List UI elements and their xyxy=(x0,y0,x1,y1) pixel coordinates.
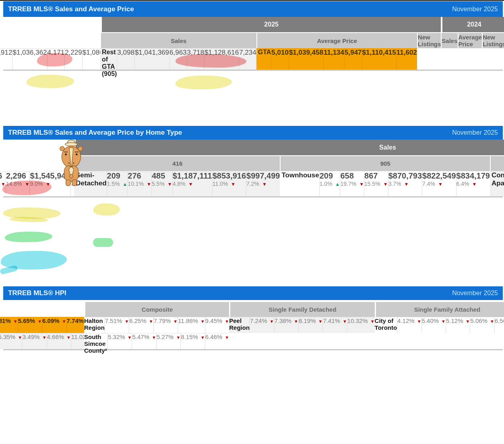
t1-value: $1,110,415 xyxy=(362,48,396,70)
table2-titlebar: TRREB MLS® Sales and Average Price by Ho… xyxy=(3,126,503,140)
table3-period: November 2025 xyxy=(452,290,498,297)
stat-cell: $997,499 7.2%▼ xyxy=(246,171,280,196)
stat-value: 485 xyxy=(152,171,172,181)
trend-arrow-icon: ▼ xyxy=(404,181,409,187)
down-arrow-icon: ▼ xyxy=(294,319,298,324)
hpi-cell: 6.25%▼ xyxy=(129,317,153,333)
col-header: Composite xyxy=(84,302,229,317)
trend-arrow-icon: ▲ xyxy=(122,181,127,187)
down-arrow-icon: ▼ xyxy=(149,319,153,324)
down-arrow-icon: ▼ xyxy=(225,335,229,340)
down-arrow-icon: ▼ xyxy=(318,319,322,324)
yoy-change: 3.7%▼ xyxy=(388,181,422,187)
report-page: TRREB MLS® Sales and Average Price Novem… xyxy=(0,0,504,444)
sales-group-header: Sales xyxy=(74,140,504,155)
trend-arrow-icon: ▼ xyxy=(383,181,388,187)
t1-value: 11,134 xyxy=(323,48,344,70)
stat-value: 658 xyxy=(340,171,364,181)
table2-title: TRREB MLS® Sales and Average Price by Ho… xyxy=(8,129,182,137)
table3-titlebar: TRREB MLS® HPI November 2025 xyxy=(3,286,503,300)
row-label: GTA xyxy=(256,48,271,70)
col-header: Sales xyxy=(100,33,256,48)
col-header: Average Price xyxy=(458,33,482,48)
hpi-cell: 7.41%▼ xyxy=(322,317,347,333)
down-arrow-icon: ▼ xyxy=(128,335,132,340)
stat-value: 209 xyxy=(107,171,128,181)
highlight-green-townhouse xyxy=(5,231,52,243)
t1-value: 11,602 xyxy=(396,48,417,70)
down-arrow-icon: ▼ xyxy=(200,319,205,324)
down-arrow-icon: ▼ xyxy=(37,319,42,324)
highlight-yellow-209 xyxy=(93,204,120,216)
down-arrow-icon: ▼ xyxy=(343,319,347,324)
hpi-cell: 4.12%▼ xyxy=(397,317,421,333)
col-header: New Listings xyxy=(417,33,441,48)
trend-arrow-icon: ▼ xyxy=(167,181,172,187)
stat-value: 867 xyxy=(364,171,388,181)
stat-value: 276 xyxy=(128,171,151,181)
hpi-cell: 7.51%▼ xyxy=(105,317,129,333)
hpi-table: TRREB MLS® HPI November 2025 Composite S… xyxy=(3,286,503,350)
down-arrow-icon: ▼ xyxy=(200,335,205,340)
stat-value: $822,549 xyxy=(422,171,456,181)
hpi-cell: 3.49%▼ xyxy=(22,333,46,349)
trend-arrow-icon: ▼ xyxy=(147,181,151,187)
trend-arrow-icon: ▼ xyxy=(231,181,235,187)
down-arrow-icon: ▼ xyxy=(124,319,129,324)
stat-cell: $853,916 11.0%▼ xyxy=(212,171,246,196)
hpi-cell: 10.32%▼ xyxy=(347,317,375,333)
yoy-change: 10.1%▼ xyxy=(128,181,151,187)
down-arrow-icon: ▼ xyxy=(176,335,180,340)
top-border-line xyxy=(0,0,504,1)
stat-value: $997,499 xyxy=(246,171,280,181)
trend-arrow-icon: ▼ xyxy=(262,181,267,187)
hpi-cell: 4.66%▼ xyxy=(47,333,71,349)
stat-cell: 658 19.7%▼ xyxy=(340,171,364,196)
table-row-condo-apartment: Condo Apartment 880 21.8%▼ 419 21.4%▼ 1,… xyxy=(490,171,504,196)
row-label: Halton Region xyxy=(84,317,105,333)
stat-value: 209 xyxy=(320,171,340,181)
yoy-change: 5.5%▼ xyxy=(152,181,172,187)
table-row: Halton Region 7.51%▼ 6.25%▼ 7.79%▼ 11.86… xyxy=(84,317,229,333)
yoy-change: 1.0%▲ xyxy=(320,181,340,187)
col-header: Sales xyxy=(441,33,457,48)
table-row: South Simcoe County² 5.32%▼ 5.47%▼ 5.27%… xyxy=(84,333,229,349)
stat-cell: 209 1.5%▲ xyxy=(107,171,128,196)
stat-value: $834,179 xyxy=(456,171,490,181)
row-label: Peel Region xyxy=(229,317,250,333)
hpi-cell: 5.35%▼ xyxy=(0,333,22,349)
rhino-mascot-icon xyxy=(59,139,84,187)
table-row-gta-total: GTA 5,010 $1,039,458 11,134 5,947 $1,110… xyxy=(256,48,417,70)
stat-cell: $870,793 3.7%▼ xyxy=(388,171,422,196)
down-arrow-icon: ▼ xyxy=(370,319,375,324)
table-row: Peel Region 7.24%▼ 7.38%▼ 8.19%▼ 7.41%▼ … xyxy=(229,317,374,333)
down-arrow-icon: ▼ xyxy=(270,319,274,324)
hpi-cell: 7.38%▼ xyxy=(274,317,298,333)
stat-value: $853,916 xyxy=(213,171,246,181)
trend-arrow-icon: ▼ xyxy=(188,181,193,187)
table1-corner-cell xyxy=(3,17,100,48)
col-header: Single Family Attached xyxy=(375,302,504,317)
table-row-semi-detached: Semi-Detached 209 1.5%▲ 276 10.1%▼ 485 5… xyxy=(74,171,280,196)
stat-cell: 209 1.0%▲ xyxy=(319,171,340,196)
stat-value: $1,187,111 xyxy=(173,171,212,181)
t1-value: 3,098 xyxy=(117,48,134,70)
year-2024-header: 2024 xyxy=(441,17,504,32)
hpi-cell: 11.86%▼ xyxy=(178,317,205,333)
down-arrow-icon: ▼ xyxy=(417,319,421,324)
down-arrow-icon: ▼ xyxy=(152,335,156,340)
hpi-cell: 8.19%▼ xyxy=(298,317,322,333)
hpi-cell: 5.65%▼ xyxy=(18,317,42,333)
yoy-change: 7.2%▼ xyxy=(246,181,280,187)
hpi-cell: 5.12%▼ xyxy=(446,317,470,333)
stat-cell: 867 15.5%▼ xyxy=(364,171,388,196)
yoy-change: 6.4%▼ xyxy=(456,181,490,187)
down-arrow-icon: ▼ xyxy=(173,319,178,324)
hpi-cell: 7.24%▼ xyxy=(250,317,274,333)
table3-grid: Composite Single Family Detached Single … xyxy=(3,300,503,349)
yoy-change: 19.7%▼ xyxy=(340,181,364,187)
down-arrow-icon: ▼ xyxy=(66,335,71,340)
stat-value: 2,296 xyxy=(6,171,30,181)
hpi-cell: 5.47%▼ xyxy=(132,333,156,349)
row-label: Townhouse xyxy=(280,171,319,196)
